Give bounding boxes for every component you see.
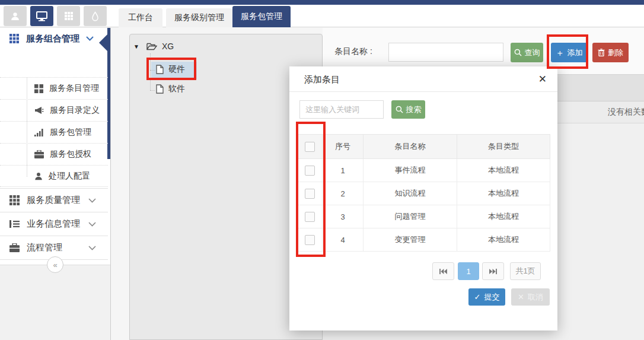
sidebar-item-service-package-mgmt[interactable]: 服务包管理 <box>0 121 108 143</box>
row-checkbox[interactable] <box>305 166 315 176</box>
row-checkbox[interactable] <box>305 212 315 222</box>
briefcase-icon <box>9 243 20 252</box>
grid-module-button[interactable] <box>57 6 80 26</box>
monitor-module-button[interactable] <box>30 6 53 26</box>
cell-name: 问题管理 <box>364 205 457 228</box>
sidebar-item-service-package-auth[interactable]: 服务包授权 <box>0 143 108 165</box>
blocks-icon <box>34 84 43 93</box>
trash-icon <box>598 49 605 56</box>
sidebar-item-service-entry-mgmt[interactable]: 服务条目管理 <box>0 77 108 99</box>
add-entry-dialog: 添加条目 ✕ 搜索 序号 条目名称 条目类型 1 事件流程 本地流程 2 知识流… <box>289 66 557 331</box>
total-pages-indicator: 共1页 <box>510 262 541 280</box>
page-number: 1 <box>466 267 470 276</box>
dialog-header: 添加条目 ✕ <box>289 66 557 92</box>
tab-service-level[interactable]: 服务级别管理 <box>166 8 232 27</box>
cell-no: 2 <box>323 182 364 205</box>
tab-label: 工作台 <box>128 12 153 23</box>
query-button[interactable]: 查询 <box>511 43 543 62</box>
tab-service-package[interactable]: 服务包管理 <box>232 6 291 27</box>
section-label: 服务质量管理 <box>27 195 80 206</box>
folder-icon <box>146 42 157 50</box>
megaphone-icon <box>34 106 44 115</box>
x-icon: ✕ <box>518 293 524 301</box>
cell-name: 知识流程 <box>364 182 457 205</box>
tree-node-label: 硬件 <box>168 64 185 75</box>
section-label: 流程管理 <box>27 242 62 253</box>
tree-node-software[interactable]: 软件 <box>156 84 185 94</box>
delete-button[interactable]: 删除 <box>592 43 629 62</box>
item-label: 服务包授权 <box>50 149 91 160</box>
flask-icon <box>91 11 100 21</box>
cell-no: 1 <box>323 159 364 182</box>
list-icon <box>9 220 20 228</box>
button-label: 取消 <box>528 292 543 303</box>
item-label: 处理人配置 <box>49 171 90 182</box>
close-icon[interactable]: ✕ <box>538 73 547 85</box>
cell-type: 本地流程 <box>457 205 550 228</box>
chevron-down-icon <box>88 222 96 227</box>
button-label: 提交 <box>484 292 499 303</box>
sidebar-section-process-mgmt[interactable]: 流程管理 <box>0 236 108 259</box>
top-accent-bar <box>0 0 644 5</box>
select-all-checkbox[interactable] <box>305 142 315 152</box>
tree-connector <box>150 53 151 90</box>
briefcase-icon <box>34 150 44 158</box>
tree-node-hardware[interactable]: 硬件 <box>156 64 185 75</box>
user-module-button[interactable] <box>4 6 27 26</box>
column-header-no: 序号 <box>323 135 364 159</box>
last-page-button[interactable] <box>482 262 504 280</box>
grid-icon <box>9 195 20 205</box>
row-checkbox[interactable] <box>305 189 315 199</box>
table-header-row: 序号 条目名称 条目类型 <box>297 135 550 159</box>
sidebar-section-service-quality[interactable]: 服务质量管理 <box>0 188 108 212</box>
chevron-down-icon <box>88 246 96 250</box>
sidebar-section-service-portfolio[interactable]: 服务组合管理 <box>0 28 108 49</box>
file-icon <box>156 84 164 94</box>
cell-name: 事件流程 <box>364 159 457 182</box>
keyword-search-input[interactable] <box>299 100 384 119</box>
cell-no: 4 <box>323 228 364 252</box>
button-label: 搜索 <box>406 104 422 115</box>
add-button[interactable]: ＋ 添加 <box>551 43 587 62</box>
item-label: 服务包管理 <box>50 127 91 138</box>
cell-type: 本地流程 <box>457 159 550 182</box>
button-label: 添加 <box>568 47 583 58</box>
cell-name: 变更管理 <box>364 228 457 252</box>
entry-name-input[interactable] <box>388 43 503 62</box>
section-label: 服务组合管理 <box>26 33 79 45</box>
flask-module-button[interactable] <box>84 6 107 26</box>
sidebar-section-business-info[interactable]: 业务信息管理 <box>0 212 108 236</box>
tree-connector <box>150 90 155 91</box>
cell-type: 本地流程 <box>457 182 550 205</box>
tree-node-label: XG <box>162 42 174 51</box>
entry-name-label: 条目名称 : <box>334 46 372 57</box>
search-button[interactable]: 搜索 <box>391 100 425 119</box>
column-header-name: 条目名称 <box>364 135 457 159</box>
grid-icon <box>64 11 74 21</box>
total-pages-label: 共1页 <box>515 266 535 277</box>
file-icon <box>156 65 164 74</box>
row-checkbox[interactable] <box>305 235 315 245</box>
sidebar-item-handler-config[interactable]: 处理人配置 <box>0 165 108 187</box>
tree-node-root[interactable]: ▼ XG <box>133 42 174 51</box>
sidebar-collapse-button[interactable]: « <box>47 256 63 273</box>
first-page-button[interactable] <box>432 262 454 280</box>
grid-icon <box>9 34 19 43</box>
cell-type: 本地流程 <box>457 228 550 252</box>
dialog-title: 添加条目 <box>304 66 340 92</box>
table-row: 4 变更管理 本地流程 <box>297 228 550 252</box>
chevron-down-icon <box>88 198 96 203</box>
user-icon <box>10 11 20 21</box>
check-icon: ✓ <box>474 293 481 301</box>
table-row: 2 知识流程 本地流程 <box>297 182 550 205</box>
triangle-down-icon: ▼ <box>133 43 139 50</box>
sidebar-footer <box>0 265 110 340</box>
last-page-icon <box>489 268 498 275</box>
sidebar-item-service-catalog-def[interactable]: 服务目录定义 <box>0 99 108 121</box>
tab-workbench[interactable]: 工作台 <box>119 8 162 27</box>
cancel-button[interactable]: ✕ 取消 <box>511 288 550 306</box>
empty-message: 没有相关数据 <box>608 107 644 117</box>
entry-selection-table: 序号 条目名称 条目类型 1 事件流程 本地流程 2 知识流程 本地流程 3 问… <box>297 134 550 252</box>
submit-button[interactable]: ✓ 提交 <box>468 288 505 306</box>
page-button-1[interactable]: 1 <box>458 262 479 280</box>
